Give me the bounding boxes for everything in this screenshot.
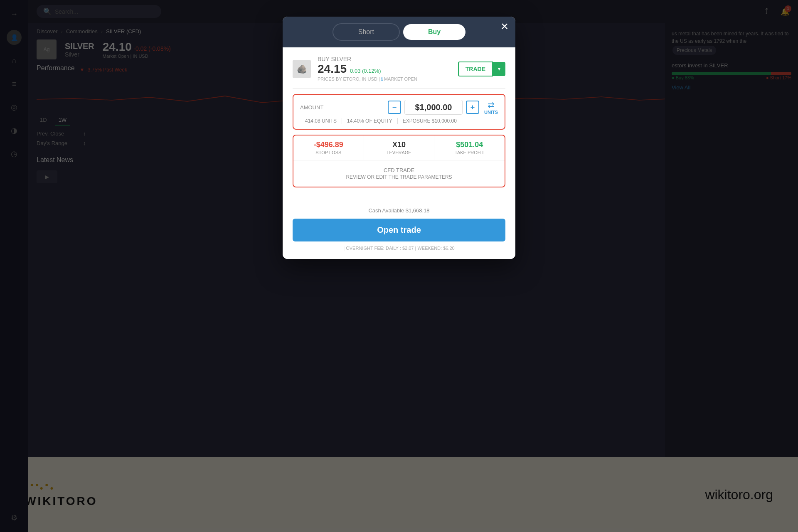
take-profit-param[interactable]: $501.04 TAKE PROFIT [434,135,505,160]
take-profit-label: TAKE PROFIT [441,150,498,155]
trade-params-row: -$496.89 STOP LOSS X10 LEVERAGE $501.04 … [293,135,505,160]
exposure: EXPOSURE $10,000.00 [398,118,462,124]
trade-dropdown: TRADE ▾ [458,62,505,76]
open-trade-section: Cash Available $1,668.18 Open trade | OV… [283,201,515,259]
equity-pct: 14.40% OF EQUITY [342,118,398,124]
tab-short[interactable]: Short [332,23,400,41]
amount-section: AMOUNT − $1,000.00 + ⇄ UNITS 414.08 UNIT… [293,94,505,130]
divider-1 [293,89,505,89]
overnight-fee: | OVERNIGHT FEE: DAILY : $2.07 | WEEKEND… [293,246,505,254]
modal-asset-change: 0.03 (0.12%) [350,68,381,74]
modal-body: 🪨 BUY SILVER 24.15 0.03 (0.12%) PRICES B… [283,47,515,201]
trade-params: -$496.89 STOP LOSS X10 LEVERAGE $501.04 … [293,135,505,187]
modal-close-button[interactable]: ✕ [500,22,509,32]
amount-label: AMOUNT [300,104,388,111]
units-amount: 414.08 UNITS [300,118,342,124]
amount-plus-button[interactable]: + [466,101,479,114]
take-profit-value: $501.04 [441,140,498,149]
stop-loss-param[interactable]: -$496.89 STOP LOSS [293,135,364,160]
amount-controls: − $1,000.00 + [388,100,479,115]
modal-asset-icon: 🪨 [293,60,311,78]
units-toggle[interactable]: ⇄ UNITS [484,100,498,115]
stop-loss-label: STOP LOSS [300,150,357,155]
modal-asset-details: BUY SILVER 24.15 0.03 (0.12%) PRICES BY … [318,56,417,82]
trade-dropdown-button[interactable]: TRADE [458,62,493,76]
cfd-title: CFD TRADE [300,167,498,173]
stop-loss-value: -$496.89 [300,140,357,149]
cfd-subtitle: REVIEW OR EDIT THE TRADE PARAMETERS [300,174,498,180]
amount-value: $1,000.00 [404,100,463,115]
leverage-value: X10 [371,140,428,149]
modal-price-source: PRICES BY ETORO, IN USD | ℹ MARKET OPEN [318,76,417,82]
cfd-info: CFD TRADE REVIEW OR EDIT THE TRADE PARAM… [293,160,505,187]
modal-backdrop: Short Buy ✕ 🪨 BUY SILVER 24.15 0.03 (0.1… [0,0,798,532]
modal-asset-title: BUY SILVER [318,56,417,62]
leverage-label: LEVERAGE [371,150,428,155]
tab-buy[interactable]: Buy [403,24,466,40]
modal-asset-info: 🪨 BUY SILVER 24.15 0.03 (0.12%) PRICES B… [293,56,505,82]
units-label: UNITS [484,110,498,115]
units-toggle-icon: ⇄ [488,100,495,110]
cash-available: Cash Available $1,668.18 [293,207,505,214]
modal-asset-price: 24.15 [318,62,347,76]
open-trade-button[interactable]: Open trade [293,219,505,241]
leverage-param[interactable]: X10 LEVERAGE [364,135,435,160]
trade-modal: Short Buy ✕ 🪨 BUY SILVER 24.15 0.03 (0.1… [283,17,515,259]
amount-row: AMOUNT − $1,000.00 + ⇄ UNITS [300,100,498,115]
modal-tabs: Short Buy ✕ [283,17,515,47]
trade-dropdown-arrow[interactable]: ▾ [493,62,505,76]
cash-available-value: $1,668.18 [406,207,430,214]
amount-minus-button[interactable]: − [388,101,401,114]
amount-info: 414.08 UNITS 14.40% OF EQUITY EXPOSURE $… [300,118,498,124]
